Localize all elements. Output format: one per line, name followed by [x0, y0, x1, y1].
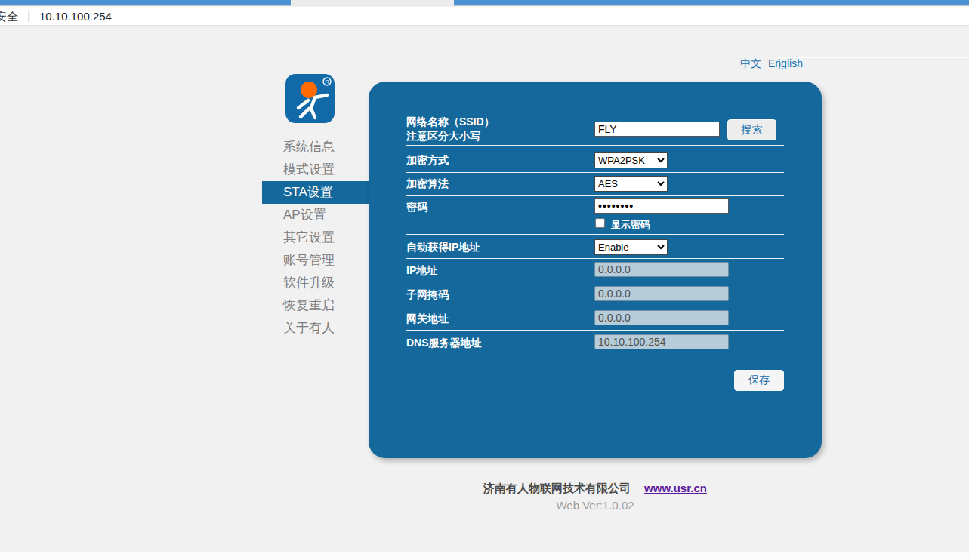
logo-head-icon — [301, 82, 317, 98]
page-bottom-strip — [0, 552, 969, 560]
usr-logo: R — [285, 74, 335, 123]
address-divider: | — [27, 8, 30, 23]
show-password-checkbox[interactable] — [595, 218, 605, 228]
security-label: 安全 — [0, 10, 18, 24]
sidebar-item-other-settings[interactable]: 其它设置 — [262, 226, 369, 249]
encryption-algorithm-label: 加密算法 — [406, 177, 449, 191]
company-name: 济南有人物联网技术有限公司 — [483, 482, 631, 494]
lang-chinese-link[interactable]: 中文 — [740, 57, 761, 71]
save-button[interactable]: 保存 — [734, 370, 784, 391]
ssid-search-button[interactable]: 搜索 — [727, 119, 776, 140]
sidebar-menu: 系统信息 模式设置 STA设置 AP设置 其它设置 账号管理 软件升级 恢复重启… — [262, 136, 369, 340]
sidebar-item-account[interactable]: 账号管理 — [262, 249, 369, 272]
row-separator — [406, 195, 784, 196]
sidebar-item-ap-settings[interactable]: AP设置 — [262, 204, 369, 226]
row-separator — [406, 306, 784, 306]
subnet-mask-label: 子网掩码 — [406, 288, 449, 302]
browser-tab-gap — [291, 0, 454, 6]
ssid-input[interactable] — [594, 122, 720, 137]
sidebar-item-system-info[interactable]: 系统信息 — [262, 136, 369, 158]
web-version: Web Ver:1.0.02 — [369, 499, 822, 512]
browser-address-bar[interactable]: 安全 | 10.10.100.254 — [0, 7, 969, 26]
sidebar-item-about[interactable]: 关于有人 — [262, 317, 369, 340]
language-switcher: 中文 | English — [740, 57, 803, 71]
ssid-label-line2: 注意区分大小写 — [406, 130, 480, 143]
subnet-mask-input — [594, 286, 729, 301]
row-separator — [406, 172, 784, 173]
dhcp-label: 自动获得IP地址 — [406, 241, 480, 254]
gateway-input — [594, 310, 729, 325]
sidebar-item-restore-reboot[interactable]: 恢复重启 — [262, 294, 369, 317]
password-label: 密码 — [406, 201, 427, 214]
row-separator — [406, 282, 784, 282]
sidebar-item-mode-settings[interactable]: 模式设置 — [262, 158, 369, 181]
dhcp-select[interactable]: Enable — [594, 239, 668, 255]
show-password-label: 显示密码 — [611, 218, 650, 232]
sta-settings-panel: 网络名称（SSID） 注意区分大小写 搜索 加密方式 WPA2PSK 加密算法 … — [369, 82, 822, 458]
page: 安全 | 10.10.100.254 中文 | English R 系统信息 模… — [0, 0, 969, 560]
page-footer: 济南有人物联网技术有限公司www.usr.cn Web Ver:1.0.02 — [369, 482, 822, 512]
row-separator — [406, 258, 784, 259]
lang-english-link[interactable]: English — [768, 57, 803, 71]
ip-address-input — [594, 262, 729, 277]
row-separator — [406, 355, 784, 355]
row-separator — [406, 234, 784, 235]
dns-input — [594, 334, 729, 349]
dns-label: DNS服务器地址 — [406, 337, 482, 350]
sidebar-item-sta-settings[interactable]: STA设置 — [262, 181, 369, 204]
ip-address-label: IP地址 — [406, 264, 437, 278]
row-separator — [406, 145, 784, 146]
sidebar-item-firmware-upgrade[interactable]: 软件升级 — [262, 272, 369, 294]
encryption-mode-label: 加密方式 — [406, 154, 449, 168]
encryption-mode-select[interactable]: WPA2PSK — [594, 152, 668, 168]
row-separator — [406, 330, 784, 331]
ssid-label-line1: 网络名称（SSID） — [406, 115, 495, 129]
lang-separator: | — [778, 57, 969, 58]
usr-website-link[interactable]: www.usr.cn — [644, 482, 707, 494]
svg-text:R: R — [325, 78, 329, 85]
browser-chrome-strip — [0, 0, 969, 6]
password-input[interactable] — [594, 198, 729, 214]
encryption-algorithm-select[interactable]: AES — [594, 176, 668, 192]
url-text[interactable]: 10.10.100.254 — [39, 10, 112, 23]
gateway-label: 网关地址 — [406, 312, 449, 326]
